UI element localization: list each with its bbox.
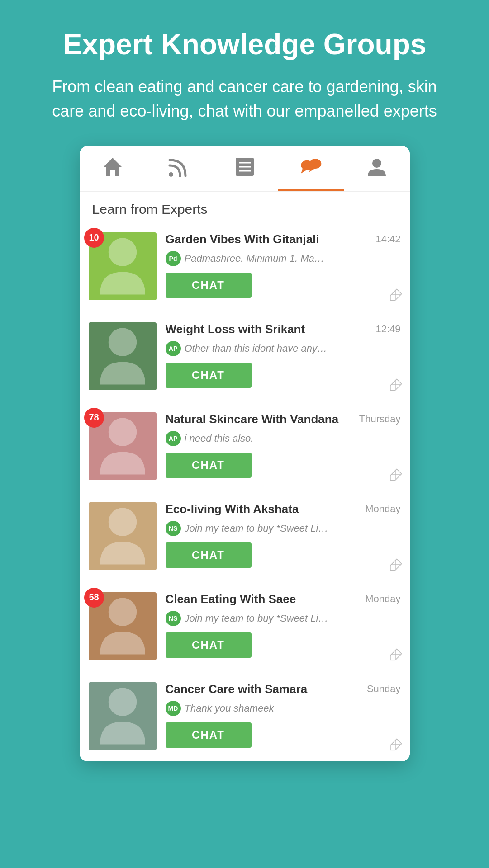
chat-time: Monday xyxy=(365,593,400,605)
chat-time: 12:49 xyxy=(375,323,400,335)
phone-frame: Learn from Experts 10 Garden Vibes With … xyxy=(80,146,410,761)
avatar xyxy=(89,682,157,750)
svg-point-16 xyxy=(108,688,137,716)
chat-preview-text: Padmashree. Minimum 1. Maximu... xyxy=(185,253,329,264)
avatar xyxy=(89,322,157,390)
svg-point-1 xyxy=(169,172,173,177)
nav-item-chat[interactable] xyxy=(278,155,344,191)
badge: 10 xyxy=(84,228,104,248)
chat-time: Thursday xyxy=(359,413,401,425)
header-section: Expert Knowledge Groups From clean eatin… xyxy=(0,0,489,146)
chat-preview-row: NSJoin my team to buy *Sweet Lime -... xyxy=(166,611,401,626)
svg-point-12 xyxy=(108,328,137,356)
page-subtitle: From clean eating and cancer care to gar… xyxy=(36,75,453,123)
chat-time: Sunday xyxy=(367,683,401,695)
chat-preview-text: Join my team to buy *Sweet Lime -... xyxy=(185,523,329,534)
chat-icon xyxy=(299,155,322,182)
avatar-wrapper xyxy=(89,322,157,390)
chat-button[interactable]: CHAT xyxy=(166,542,252,568)
chat-button[interactable]: CHAT xyxy=(166,453,252,478)
chat-item: Eco-living With AkshataMondayNSJoin my t… xyxy=(80,491,410,581)
chat-preview-row: APi need this also. xyxy=(166,431,401,446)
user-avatar-small: NS xyxy=(166,611,181,626)
profile-icon xyxy=(366,156,388,183)
avatar-wrapper: 78 xyxy=(89,412,157,480)
user-avatar-small: NS xyxy=(166,521,181,536)
section-title: Learn from Experts xyxy=(80,192,410,222)
chat-header-row: Natural Skincare With VandanaThursday xyxy=(166,412,401,426)
chat-header-row: Eco-living With AkshataMonday xyxy=(166,502,401,516)
user-avatar-small: MD xyxy=(166,701,181,716)
chat-time: 14:42 xyxy=(375,233,400,245)
chat-name: Garden Vibes With Gitanjali xyxy=(166,232,319,246)
badge: 58 xyxy=(84,588,104,608)
avatar-wrapper xyxy=(89,682,157,750)
chat-button[interactable]: CHAT xyxy=(166,722,252,748)
chat-preview-text: i need this also. xyxy=(185,433,254,444)
chat-header-row: Garden Vibes With Gitanjali14:42 xyxy=(166,232,401,246)
chat-list: 10 Garden Vibes With Gitanjali14:42PdPad… xyxy=(80,222,410,761)
nav-item-feed[interactable] xyxy=(146,156,212,190)
chat-name: Eco-living With Akshata xyxy=(166,502,299,516)
feed-icon xyxy=(167,156,190,183)
chat-button[interactable]: CHAT xyxy=(166,632,252,658)
chat-item: 58 Clean Eating With SaeeMondayNSJoin my… xyxy=(80,581,410,671)
svg-point-8 xyxy=(309,159,321,169)
chat-content: Natural Skincare With VandanaThursdayAPi… xyxy=(166,412,401,478)
chat-preview-row: NSJoin my team to buy *Sweet Lime -... xyxy=(166,521,401,536)
chat-header-row: Clean Eating With SaeeMonday xyxy=(166,592,401,606)
chat-name: Clean Eating With Saee xyxy=(166,592,296,606)
chat-preview-row: MDThank you shameek xyxy=(166,701,401,716)
user-avatar-small: AP xyxy=(166,341,181,356)
user-avatar-small: Pd xyxy=(166,251,181,266)
nav-item-home[interactable] xyxy=(80,156,146,190)
page-title: Expert Knowledge Groups xyxy=(36,27,453,62)
chat-button[interactable]: CHAT xyxy=(166,363,252,388)
chat-content: Cancer Care with SamaraSundayMDThank you… xyxy=(166,682,401,748)
nav-bar xyxy=(80,146,410,192)
nav-item-list[interactable] xyxy=(212,156,278,190)
chat-preview-text: Thank you shameek xyxy=(185,703,274,714)
chat-name: Natural Skincare With Vandana xyxy=(166,412,339,426)
chat-item: Cancer Care with SamaraSundayMDThank you… xyxy=(80,671,410,761)
chat-header-row: Weight Loss with Srikant12:49 xyxy=(166,322,401,336)
svg-marker-0 xyxy=(104,158,122,176)
svg-point-15 xyxy=(108,598,137,626)
chat-content: Garden Vibes With Gitanjali14:42PdPadmas… xyxy=(166,232,401,298)
chat-name: Weight Loss with Srikant xyxy=(166,322,305,336)
svg-point-13 xyxy=(108,418,137,446)
nav-item-profile[interactable] xyxy=(344,156,410,190)
user-avatar-small: AP xyxy=(166,431,181,446)
chat-item: 10 Garden Vibes With Gitanjali14:42PdPad… xyxy=(80,222,410,311)
home-icon xyxy=(101,156,124,183)
svg-marker-7 xyxy=(301,169,307,174)
chat-name: Cancer Care with Samara xyxy=(166,682,308,696)
svg-point-10 xyxy=(372,159,381,168)
svg-point-11 xyxy=(108,238,137,266)
badge: 78 xyxy=(84,408,104,428)
chat-item: Weight Loss with Srikant12:49APOther tha… xyxy=(80,311,410,401)
chat-preview-row: APOther than this idont have any det... xyxy=(166,341,401,356)
chat-button[interactable]: CHAT xyxy=(166,273,252,298)
chat-header-row: Cancer Care with SamaraSunday xyxy=(166,682,401,696)
avatar-wrapper xyxy=(89,502,157,570)
avatar-wrapper: 58 xyxy=(89,592,157,660)
chat-item: 78 Natural Skincare With VandanaThursday… xyxy=(80,401,410,491)
list-icon xyxy=(233,156,256,183)
chat-preview-row: PdPadmashree. Minimum 1. Maximu... xyxy=(166,251,401,266)
chat-preview-text: Join my team to buy *Sweet Lime -... xyxy=(185,613,329,624)
avatar xyxy=(89,502,157,570)
chat-content: Weight Loss with Srikant12:49APOther tha… xyxy=(166,322,401,388)
chat-preview-text: Other than this idont have any det... xyxy=(185,343,329,354)
chat-time: Monday xyxy=(365,503,400,515)
avatar-wrapper: 10 xyxy=(89,232,157,300)
svg-point-14 xyxy=(108,508,137,536)
chat-content: Eco-living With AkshataMondayNSJoin my t… xyxy=(166,502,401,568)
chat-content: Clean Eating With SaeeMondayNSJoin my te… xyxy=(166,592,401,658)
